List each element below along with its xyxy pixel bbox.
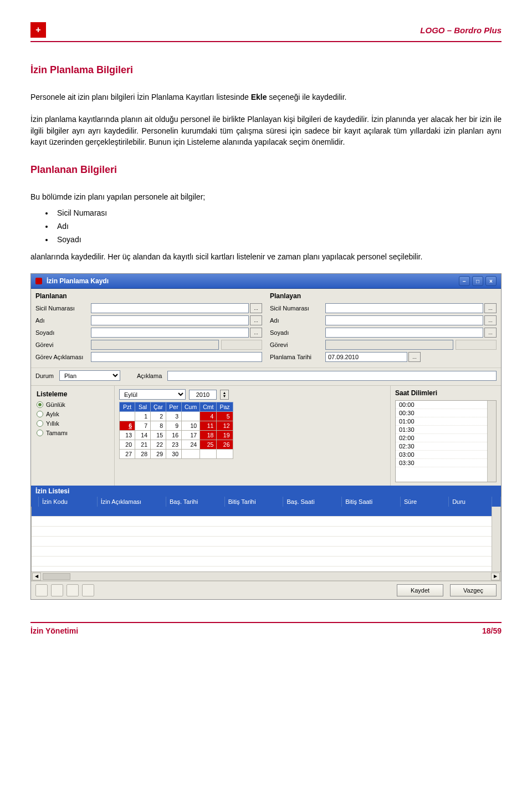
- cal-cell[interactable]: 1: [135, 412, 151, 421]
- planlayan-soyadi-input[interactable]: [325, 328, 483, 338]
- table-row[interactable]: [32, 507, 500, 517]
- cal-cell[interactable]: 20: [120, 440, 135, 450]
- table-row[interactable]: [32, 517, 500, 527]
- aciklama-input[interactable]: [167, 371, 497, 381]
- col-izin-kodu[interactable]: İzin Kodu: [39, 497, 98, 507]
- planlanan-soyadi-input[interactable]: [91, 328, 249, 338]
- saat-row[interactable]: 03:00: [396, 451, 496, 459]
- radio-tamami[interactable]: [37, 430, 43, 436]
- scrollbar-horizontal[interactable]: ◀ ▶: [31, 572, 501, 581]
- table-row[interactable]: [32, 527, 500, 537]
- planlanan-gorev-aciklamasi-input[interactable]: [91, 352, 262, 362]
- radio-yillik[interactable]: [37, 420, 43, 427]
- cal-cell[interactable]: [182, 412, 200, 421]
- lookup-button[interactable]: ...: [250, 315, 262, 325]
- cal-cell-weekend[interactable]: 25: [200, 440, 217, 450]
- lookup-button[interactable]: ...: [250, 328, 262, 338]
- saat-row[interactable]: 01:00: [396, 417, 496, 426]
- cal-cell[interactable]: 9: [166, 421, 182, 431]
- month-select[interactable]: Eylül: [119, 389, 186, 400]
- tool-icon[interactable]: [51, 584, 63, 596]
- cal-cell-weekend[interactable]: 18: [200, 431, 217, 440]
- cal-cell[interactable]: 29: [151, 450, 166, 459]
- cal-cell-today[interactable]: 6: [120, 421, 135, 431]
- cal-cell[interactable]: 22: [151, 440, 166, 450]
- cal-cell[interactable]: 24: [182, 440, 200, 450]
- col-bitis-saati[interactable]: Bitiş Saati: [342, 497, 401, 507]
- lookup-button[interactable]: ...: [250, 303, 262, 313]
- saat-group: Saat Dilimleri 00:00 00:30 01:00 01:30 0…: [390, 386, 501, 486]
- scrollbar-vertical[interactable]: [487, 401, 496, 482]
- year-spinner[interactable]: ▲▼: [220, 390, 229, 400]
- vazgec-button[interactable]: Vazgeç: [450, 584, 497, 596]
- table-row[interactable]: [32, 557, 500, 567]
- col-izin-aciklamasi[interactable]: İzin Açıklaması: [98, 497, 166, 507]
- table-row[interactable]: [32, 547, 500, 557]
- cal-cell[interactable]: 28: [135, 450, 151, 459]
- grid-body[interactable]: [31, 507, 501, 572]
- radio-aylik[interactable]: [37, 411, 43, 417]
- planlama-tarihi-input[interactable]: [325, 352, 407, 362]
- durum-select[interactable]: Plan: [59, 370, 120, 381]
- lookup-button[interactable]: ...: [484, 328, 497, 338]
- cal-cell[interactable]: 3: [166, 412, 182, 421]
- cal-cell[interactable]: 10: [182, 421, 200, 431]
- close-button[interactable]: ×: [485, 276, 497, 286]
- radio-gunluk[interactable]: [37, 401, 43, 408]
- saat-row[interactable]: 02:00: [396, 434, 496, 442]
- cal-cell[interactable]: 8: [151, 421, 166, 431]
- lookup-button[interactable]: ...: [484, 315, 497, 325]
- cal-cell[interactable]: 30: [166, 450, 182, 459]
- saat-row[interactable]: 02:30: [396, 442, 496, 451]
- cal-cell-weekend[interactable]: 11: [200, 421, 217, 431]
- cal-cell-weekend[interactable]: 12: [217, 421, 233, 431]
- scroll-left-button[interactable]: ◀: [32, 573, 41, 580]
- minimize-button[interactable]: −: [459, 276, 470, 286]
- cal-cell[interactable]: 16: [166, 431, 182, 440]
- cal-cell[interactable]: [120, 412, 135, 421]
- col-bitis-tarihi[interactable]: Bitiş Tarihi: [225, 497, 284, 507]
- cal-cell-weekend[interactable]: 4: [200, 412, 217, 421]
- col-bas-saati[interactable]: Baş. Saati: [283, 497, 342, 507]
- saat-list[interactable]: 00:00 00:30 01:00 01:30 02:00 02:30 03:0…: [395, 400, 497, 482]
- cal-cell[interactable]: 17: [182, 431, 200, 440]
- planlanan-adi-input[interactable]: [91, 315, 249, 325]
- lookup-button[interactable]: ...: [484, 303, 497, 313]
- scroll-right-button[interactable]: ▶: [491, 573, 500, 580]
- tool-icon[interactable]: [66, 584, 79, 596]
- cal-cell[interactable]: [217, 450, 233, 459]
- cal-cell[interactable]: 14: [135, 431, 151, 440]
- cal-cell-weekend[interactable]: 26: [217, 440, 233, 450]
- col-durum[interactable]: Duru: [449, 497, 492, 507]
- maximize-button[interactable]: □: [472, 276, 483, 286]
- col-sure[interactable]: Süre: [401, 497, 449, 507]
- cal-cell[interactable]: 13: [120, 431, 135, 440]
- saat-row[interactable]: 03:30: [396, 459, 496, 467]
- cal-cell[interactable]: 23: [166, 440, 182, 450]
- cal-cell[interactable]: 21: [135, 440, 151, 450]
- tool-icon[interactable]: [35, 584, 48, 596]
- scrollbar-vertical[interactable]: [492, 507, 500, 572]
- year-input[interactable]: [189, 390, 217, 400]
- cal-cell[interactable]: 7: [135, 421, 151, 431]
- planlayan-sicil-input[interactable]: [325, 303, 483, 313]
- cal-cell[interactable]: 15: [151, 431, 166, 440]
- cal-cell-weekend[interactable]: 19: [217, 431, 233, 440]
- cal-cell[interactable]: 2: [151, 412, 166, 421]
- cal-cell[interactable]: [182, 450, 200, 459]
- cal-cell[interactable]: [200, 450, 217, 459]
- saat-row[interactable]: 01:30: [396, 426, 496, 434]
- col-bas-tarihi[interactable]: Baş. Tarihi: [166, 497, 225, 507]
- table-row[interactable]: [32, 537, 500, 547]
- date-picker-button[interactable]: ...: [408, 352, 421, 362]
- saat-row[interactable]: 00:00: [396, 401, 496, 409]
- tool-icon[interactable]: [82, 584, 94, 596]
- scroll-thumb[interactable]: [43, 573, 70, 580]
- cal-cell-weekend[interactable]: 5: [217, 412, 233, 421]
- saat-row[interactable]: 00:30: [396, 409, 496, 417]
- planlayan-adi-input[interactable]: [325, 315, 483, 325]
- calendar-table[interactable]: Pzt Sal Çar Per Cum Cmt Paz 12345 678910…: [119, 402, 233, 459]
- cal-cell[interactable]: 27: [120, 450, 135, 459]
- kaydet-button[interactable]: Kaydet: [397, 584, 443, 596]
- planlanan-sicil-input[interactable]: [91, 303, 249, 313]
